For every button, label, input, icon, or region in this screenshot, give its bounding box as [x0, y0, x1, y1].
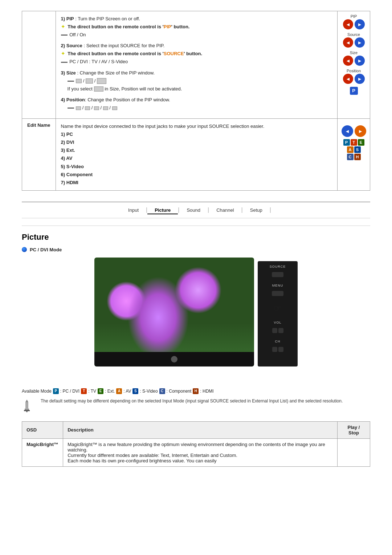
pip-icon-group-pip: PIP ◀ ▶	[340, 14, 367, 29]
play-stop-col-header: Play / Stop	[338, 421, 370, 438]
edit-name-description: Name the input device connected to the i…	[61, 123, 265, 129]
pip-item-4-number: 4) Position: Change the Position of the …	[61, 97, 170, 102]
tv-power-button[interactable]	[171, 356, 177, 362]
pip-item-4-positions: / / / /	[61, 105, 117, 110]
mode-badge-a-text: : AV	[123, 389, 131, 394]
mode-badge-a: A	[116, 388, 122, 394]
mode-badge-t-text: : TV	[88, 389, 96, 394]
edit-name-buttons: ◀ ▶	[340, 125, 367, 137]
nav-item-setup[interactable]: Setup	[243, 206, 270, 214]
tv-source-btn[interactable]	[272, 272, 283, 277]
pip-icon-label-position: Position	[340, 69, 367, 73]
pip-item-2-button: ✦ The direct button on the remote contro…	[61, 51, 203, 56]
pip-table: 1) PIP : Turn the PIP Screen on or off. …	[22, 11, 370, 191]
mode-badge-c: C	[159, 388, 165, 394]
pip-pos-btn-left[interactable]: ◀	[343, 74, 353, 84]
tv-menu-btn[interactable]	[272, 291, 283, 296]
tv-vol-minus-btn[interactable]	[278, 328, 283, 333]
available-mode-label: Available Mode	[22, 389, 52, 394]
note-box: The default setting may be different dep…	[22, 398, 370, 416]
badge-h: H	[354, 154, 361, 160]
osd-table-header-row: OSD Description Play / Stop	[22, 421, 370, 438]
badge-a: A	[347, 146, 354, 153]
pencil-note-icon	[22, 398, 36, 413]
tv-vol-label: VOL	[274, 321, 281, 324]
pip-pos-btn-right[interactable]: ▶	[355, 74, 365, 84]
pip-p-badge-container: P	[340, 87, 367, 95]
tv-ch-label: CH	[275, 340, 281, 343]
tv-vol-plus-btn[interactable]	[272, 328, 277, 333]
nav-item-sound[interactable]: Sound	[179, 206, 208, 214]
pip-p-badge: P	[350, 87, 358, 95]
edit-name-item-3: 3) Ext.	[61, 147, 75, 153]
edit-name-item-2: 2) DVI	[61, 139, 74, 145]
tv-ch-plus-btn[interactable]	[272, 347, 277, 352]
edit-name-row: Edit Name Name the input device connecte…	[22, 119, 370, 191]
pip-icon-label-source: Source	[340, 32, 367, 37]
available-modes: Available Mode P : PC / DVI T : TV E : E…	[22, 388, 370, 394]
navigation-bar: Input | Picture | Sound | Channel | Setu…	[22, 202, 370, 218]
tv-container: SOURCE MENU ☞ VOL CH	[22, 258, 370, 381]
mode-badge-s-text: : S-Video	[140, 389, 158, 394]
note-icon	[22, 398, 36, 416]
tv-image-box: SOURCE MENU ☞ VOL CH	[94, 258, 298, 381]
pip-item-3-sizes: / /	[61, 78, 106, 84]
pip-btn-right[interactable]: ▶	[355, 19, 365, 29]
pip-item-2-option: PC / DVI : TV / AV / S-Video	[61, 59, 128, 64]
badge-c: C	[347, 154, 354, 160]
pip-content-cell: 1) PIP : Turn the PIP Screen on or off. …	[56, 11, 337, 119]
mode-badge-p: P	[53, 388, 59, 394]
mode-badge-t: T	[81, 388, 87, 394]
mode-label: PC / DVI Mode	[22, 247, 370, 252]
mode-badge-h-text: : HDMI	[200, 389, 213, 394]
pip-item-2: 2) Source : Select the input SOURCE for …	[61, 42, 332, 66]
osd-col-header: OSD	[22, 421, 63, 438]
pip-item-1-button: ✦ The direct button on the remote contro…	[61, 24, 190, 29]
section-divider	[22, 226, 370, 226]
nav-item-channel[interactable]: Channel	[209, 206, 241, 214]
edit-name-badges: P T E A S	[340, 139, 367, 153]
nav-item-picture[interactable]: Picture	[147, 206, 178, 214]
mode-badge-s: S	[132, 388, 138, 394]
tv-ch-btns	[272, 347, 283, 352]
badge-e: E	[358, 139, 364, 146]
description-col-header: Description	[63, 421, 338, 438]
picture-section: Picture PC / DVI Mode SOURCE	[22, 232, 370, 467]
pip-icon-group-size: Size ◀ ▶	[340, 50, 367, 66]
pip-item-3-note: If you select in Size, Position will not…	[61, 86, 182, 92]
pip-btn-left[interactable]: ◀	[343, 19, 353, 29]
pip-buttons-position: ◀ ▶	[340, 74, 367, 84]
pip-label-cell	[22, 11, 56, 119]
edit-name-badges-2: C H	[340, 154, 367, 160]
nav-item-input[interactable]: Input	[121, 206, 146, 214]
tv-menu-label: MENU	[272, 284, 283, 287]
pip-source-btn-right[interactable]: ▶	[355, 37, 365, 48]
nav-sep-5: |	[270, 207, 271, 213]
pip-row: 1) PIP : Turn the PIP Screen on or off. …	[22, 11, 370, 119]
pip-buttons-size: ◀ ▶	[340, 56, 367, 66]
pip-buttons-source: ◀ ▶	[340, 37, 367, 48]
edit-name-item-4: 4) AV	[61, 155, 73, 161]
pip-size-btn-left[interactable]: ◀	[343, 56, 353, 66]
badge-s: S	[354, 146, 361, 153]
note-text: The default setting may be different dep…	[41, 398, 343, 404]
tv-screen	[94, 258, 254, 366]
pip-item-3-number: 3) Size : Change the Size of the PIP win…	[61, 70, 155, 76]
pip-size-btn-right[interactable]: ▶	[355, 56, 365, 66]
tv-ch-minus-btn[interactable]	[278, 347, 283, 352]
pip-icon-label-size: Size	[340, 50, 367, 55]
svg-marker-2	[25, 400, 28, 402]
mode-label-text: PC / DVI Mode	[30, 247, 62, 252]
pip-item-2-number: 2) Source : Select the input SOURCE for …	[61, 43, 165, 48]
edit-name-item-5: 5) S-Video	[61, 164, 84, 169]
pip-item-1-option: Off / On	[61, 32, 86, 37]
svg-rect-1	[25, 402, 28, 409]
pip-icon-label-pip: PIP	[340, 14, 367, 19]
edit-name-btn-right[interactable]: ▶	[355, 125, 366, 137]
edit-name-label: Edit Name	[22, 119, 56, 191]
edit-name-item-6: 6) Component	[61, 172, 93, 177]
pip-source-btn-left[interactable]: ◀	[343, 37, 353, 48]
edit-name-btn-left[interactable]: ◀	[342, 125, 353, 137]
edit-name-item-1: 1) PC	[61, 131, 73, 137]
pip-item-4: 4) Position: Change the Position of the …	[61, 96, 332, 112]
